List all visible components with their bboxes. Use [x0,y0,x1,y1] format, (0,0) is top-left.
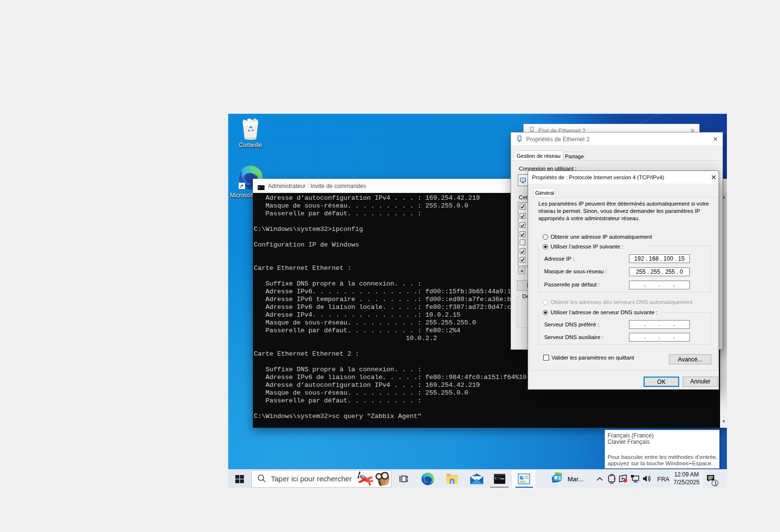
svg-text:1: 1 [714,480,717,486]
svg-text:C:\: C:\ [495,476,501,480]
svg-text:C:\.: C:\. [258,186,265,190]
